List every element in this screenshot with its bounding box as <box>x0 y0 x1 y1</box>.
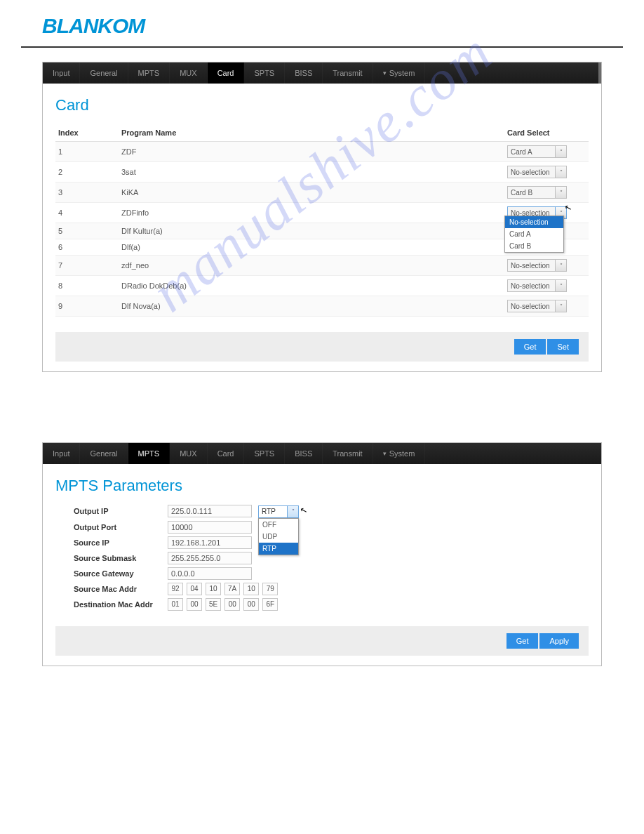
chevron-down-icon: ˅ <box>556 166 567 178</box>
tab-input[interactable]: Input <box>43 62 80 84</box>
card-select-dropdown[interactable]: Card A ˅ <box>507 145 567 158</box>
dst-mac-octet-3[interactable] <box>224 598 240 611</box>
source-mac-group <box>168 583 279 595</box>
tab-card[interactable]: Card <box>208 62 245 84</box>
tab-spts[interactable]: SPTS <box>244 443 285 464</box>
dst-mac-octet-1[interactable] <box>187 598 202 611</box>
caret-down-icon: ▾ <box>383 450 387 457</box>
src-mac-octet-2[interactable] <box>206 583 221 595</box>
card-select-dropdown[interactable]: No-selection ˅ <box>507 300 567 312</box>
table-row: 4 ZDFinfo No-selection ˅ No-selection Ca… <box>55 203 589 223</box>
tab-mpts[interactable]: MPTS <box>128 443 170 464</box>
tab-input[interactable]: Input <box>43 443 80 464</box>
tab-system[interactable]: ▾System <box>373 443 426 464</box>
tab-spts[interactable]: SPTS <box>244 62 285 84</box>
table-row: 2 3sat No-selection ˅ <box>55 162 589 183</box>
label-output-ip: Output IP <box>55 507 168 515</box>
apply-button[interactable]: Apply <box>539 633 579 649</box>
cell-index: 5 <box>55 223 119 239</box>
page-title: Card <box>55 96 589 114</box>
table-row: 8 DRadio DokDeb(a) No-selection ˅ <box>55 276 589 296</box>
cell-program: DRadio DokDeb(a) <box>119 276 504 296</box>
dst-mac-octet-4[interactable] <box>243 598 259 611</box>
tab-biss[interactable]: BISS <box>285 62 323 84</box>
tab-card[interactable]: Card <box>208 443 245 464</box>
tab-transmit[interactable]: Transmit <box>323 443 373 464</box>
tab-system-label: System <box>389 69 415 77</box>
card-select-option-list: No-selection Card A Card B <box>504 216 564 253</box>
cell-index: 3 <box>55 183 119 203</box>
dst-mac-octet-0[interactable] <box>168 598 183 611</box>
cell-index: 7 <box>55 256 119 276</box>
source-gateway-field[interactable] <box>168 567 252 580</box>
card-select-dropdown[interactable]: No-selection ˅ <box>507 166 567 178</box>
output-port-field[interactable] <box>168 521 252 534</box>
option-no-selection[interactable]: No-selection <box>505 216 563 228</box>
select-value: Card A <box>507 145 556 158</box>
tab-mpts[interactable]: MPTS <box>128 62 170 84</box>
buttons-bar: Get Apply <box>55 626 589 656</box>
destination-mac-group <box>168 598 279 611</box>
card-select-dropdown[interactable]: No-selection ˅ <box>507 279 567 292</box>
option-card-a[interactable]: Card A <box>505 228 563 240</box>
table-row: 7 zdf_neo No-selection ˅ <box>55 256 589 276</box>
chevron-down-icon: ˅ <box>556 279 567 292</box>
src-mac-octet-5[interactable] <box>262 583 278 595</box>
protocol-value: RTP <box>258 505 288 518</box>
cell-index: 1 <box>55 142 119 162</box>
select-value: No-selection <box>507 300 556 312</box>
option-off[interactable]: OFF <box>259 519 298 531</box>
brand-logo: BLANKOM <box>42 14 145 38</box>
cursor-icon: ↖ <box>299 504 308 515</box>
select-value: No-selection <box>507 279 556 292</box>
cell-program: ZDFinfo <box>119 203 504 223</box>
cell-index: 9 <box>55 296 119 317</box>
tab-transmit[interactable]: Transmit <box>323 62 373 84</box>
card-select-dropdown[interactable]: No-selection ˅ <box>507 259 567 272</box>
buttons-bar: Get Set <box>55 332 589 362</box>
brand-logo-text: BLANKOM <box>42 14 145 37</box>
dst-mac-octet-5[interactable] <box>262 598 278 611</box>
table-row: 9 Dlf Nova(a) No-selection ˅ <box>55 296 589 317</box>
src-mac-octet-0[interactable] <box>168 583 183 595</box>
protocol-dropdown[interactable]: RTP ˅ <box>258 505 299 518</box>
select-value: No-selection <box>507 166 556 178</box>
option-udp[interactable]: UDP <box>259 531 298 543</box>
tab-system-label: System <box>389 449 415 458</box>
label-destination-mac: Destination Mac Addr <box>55 600 168 609</box>
src-mac-octet-4[interactable] <box>243 583 259 595</box>
card-select-dropdown[interactable]: Card B ˅ <box>507 186 567 199</box>
protocol-option-list: OFF UDP RTP <box>258 518 299 555</box>
label-source-submask: Source Submask <box>55 554 168 562</box>
option-card-b[interactable]: Card B <box>505 240 563 252</box>
cell-program: KiKA <box>119 183 504 203</box>
dst-mac-octet-2[interactable] <box>206 598 221 611</box>
src-mac-octet-3[interactable] <box>224 583 240 595</box>
tab-mux[interactable]: MUX <box>170 62 207 84</box>
card-table: Index Program Name Card Select 1 ZDF Car… <box>55 124 589 317</box>
get-button[interactable]: Get <box>507 633 539 649</box>
output-ip-field[interactable] <box>168 505 252 517</box>
tab-general[interactable]: General <box>80 443 128 464</box>
src-mac-octet-1[interactable] <box>187 583 202 595</box>
chevron-down-icon: ˅ <box>556 300 567 312</box>
page-title: MPTS Parameters <box>55 477 589 495</box>
source-submask-field[interactable] <box>168 552 252 564</box>
tab-general[interactable]: General <box>80 62 128 84</box>
menubar-card: Input General MPTS MUX Card SPTS BISS Tr… <box>43 62 601 84</box>
tab-system[interactable]: ▾System <box>373 62 426 84</box>
get-button[interactable]: Get <box>514 339 546 355</box>
chevron-down-icon: ˅ <box>288 505 299 518</box>
mpts-panel: Input General MPTS MUX Card SPTS BISS Tr… <box>42 442 602 666</box>
chevron-down-icon: ˅ <box>556 145 567 158</box>
menubar-scrollbar[interactable] <box>598 62 601 84</box>
menubar-mpts: Input General MPTS MUX Card SPTS BISS Tr… <box>43 443 601 464</box>
tab-mux[interactable]: MUX <box>170 443 207 464</box>
set-button[interactable]: Set <box>547 339 579 355</box>
cell-program: zdf_neo <box>119 256 504 276</box>
source-ip-field[interactable] <box>168 536 252 549</box>
option-rtp[interactable]: RTP <box>259 543 298 555</box>
cell-program: Dlf Kultur(a) <box>119 223 504 239</box>
cell-index: 2 <box>55 162 119 183</box>
tab-biss[interactable]: BISS <box>285 443 323 464</box>
